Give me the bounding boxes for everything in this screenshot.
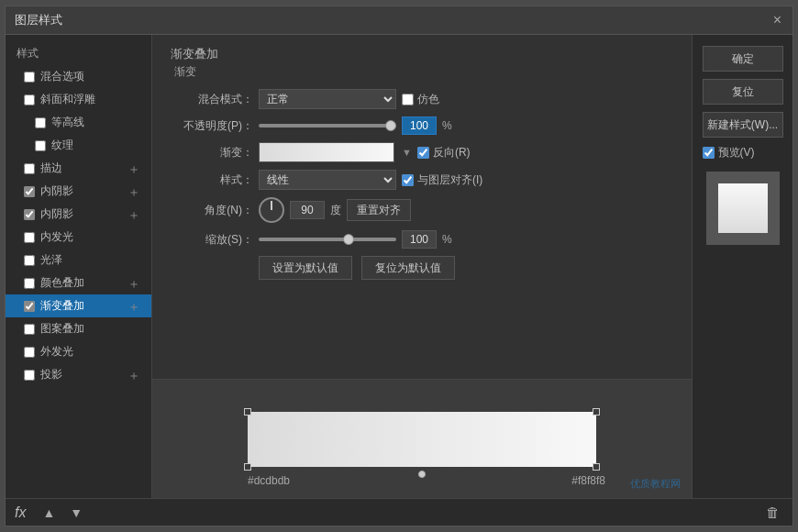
blend-mode-label: 混合模式： (171, 92, 253, 107)
outer-glow-checkbox[interactable] (24, 347, 35, 358)
angle-input[interactable] (290, 201, 325, 219)
dialog-body: 样式 混合选项 斜面和浮雕 等高线 纹理 描边 ＋ (6, 35, 792, 498)
inner-shadow2-add-icon[interactable]: ＋ (127, 208, 140, 221)
reset-align-button[interactable]: 重置对齐 (347, 199, 411, 221)
sidebar-item-inner-glow[interactable]: 内发光 (6, 226, 151, 249)
color-overlay-checkbox[interactable] (24, 278, 35, 289)
preview-label[interactable]: 预览(V) (703, 145, 783, 161)
opacity-row: 不透明度(P)： % (171, 116, 673, 135)
angle-dial[interactable] (259, 197, 284, 223)
outer-glow-label: 外发光 (40, 344, 73, 360)
reverse-checkbox[interactable] (417, 147, 429, 159)
sidebar-item-pattern-overlay[interactable]: 图案叠加 (6, 317, 151, 340)
angle-row: 角度(N)： 度 重置对齐 (171, 197, 673, 223)
inner-shadow2-checkbox[interactable] (24, 209, 35, 220)
gradient-overlay-label: 渐变叠加 (40, 298, 84, 314)
default-buttons-row: 设置为默认值 复位为默认值 (171, 256, 673, 280)
gradient-overlay-add-icon[interactable]: ＋ (127, 300, 140, 313)
sidebar-item-inner-shadow2[interactable]: 内阴影 ＋ (6, 203, 151, 226)
set-default-button[interactable]: 设置为默认值 (259, 256, 352, 280)
bevel-emboss-checkbox[interactable] (24, 94, 35, 105)
stroke-add-icon[interactable]: ＋ (127, 162, 140, 175)
blend-mode-row: 混合模式： 正常 溶解 正片叠底 仿色 (171, 89, 673, 109)
delete-button[interactable]: 🗑 (762, 503, 783, 522)
inner-shadow1-label: 内阴影 (40, 183, 73, 199)
sidebar-item-texture[interactable]: 纹理 (6, 134, 151, 157)
sidebar-item-color-overlay[interactable]: 颜色叠加 ＋ (6, 272, 151, 294)
scale-unit: % (442, 233, 452, 246)
watermark-line1: 优质教程网 (630, 477, 681, 491)
sidebar-item-blend-options[interactable]: 混合选项 (6, 65, 151, 88)
color-label-left: #dcdbdb (248, 474, 290, 487)
ok-button[interactable]: 确定 (703, 46, 783, 72)
reset-button[interactable]: 复位 (703, 79, 783, 105)
layer-style-dialog: 图层样式 × 样式 混合选项 斜面和浮雕 等高线 纹理 (5, 6, 793, 526)
gradient-demo-area: #dcdbdb #f8f8f8 优质教程网 (152, 379, 692, 498)
scale-slider-group: % (259, 230, 452, 249)
new-style-button[interactable]: 新建样式(W)... (703, 112, 783, 138)
sidebar-item-satin[interactable]: 光泽 (6, 249, 151, 272)
styles-section-title: 样式 (6, 42, 151, 65)
left-panel: 样式 混合选项 斜面和浮雕 等高线 纹理 描边 ＋ (6, 35, 152, 498)
sidebar-item-bevel-emboss[interactable]: 斜面和浮雕 (6, 88, 151, 111)
section-title: 渐变叠加 (171, 46, 673, 62)
scale-label: 缩放(S)： (171, 232, 253, 248)
style-select[interactable]: 线性 径向 角度 (259, 170, 396, 190)
opacity-input[interactable] (402, 116, 437, 135)
color-overlay-label: 颜色叠加 (40, 275, 84, 291)
align-layer-checkbox[interactable] (402, 174, 414, 186)
drop-shadow-checkbox[interactable] (24, 370, 35, 381)
texture-label: 纹理 (51, 138, 73, 153)
inner-shadow1-add-icon[interactable]: ＋ (127, 185, 140, 198)
sidebar-item-contour[interactable]: 等高线 (6, 111, 151, 134)
style-row: 样式： 线性 径向 角度 与图层对齐(I) (171, 170, 673, 190)
scale-slider[interactable] (259, 238, 396, 241)
gradient-bar[interactable] (248, 412, 596, 467)
pattern-overlay-checkbox[interactable] (24, 324, 35, 335)
opacity-slider[interactable] (259, 124, 396, 127)
stroke-checkbox[interactable] (24, 163, 35, 174)
color-label-right: #f8f8f8 (571, 474, 605, 487)
gradient-swatch[interactable] (259, 142, 394, 162)
align-layer-label[interactable]: 与图层对齐(I) (402, 172, 482, 188)
watermark: 优质教程网 (630, 477, 681, 491)
corner-tl (244, 408, 251, 416)
angle-label: 角度(N)： (171, 203, 253, 218)
reverse-label[interactable]: 反向(R) (417, 145, 471, 161)
gradient-overlay-checkbox[interactable] (24, 301, 35, 312)
close-button[interactable]: × (771, 13, 783, 28)
preview-checkbox[interactable] (703, 147, 715, 159)
gradient-handle[interactable] (418, 471, 426, 478)
blend-options-checkbox[interactable] (24, 72, 35, 83)
satin-checkbox[interactable] (24, 255, 35, 266)
right-panel: 确定 复位 新建样式(W)... 预览(V) (692, 35, 792, 498)
gradient-dropdown-arrow[interactable]: ▼ (402, 147, 412, 158)
sidebar-item-gradient-overlay[interactable]: 渐变叠加 ＋ (6, 294, 151, 317)
move-up-button[interactable]: ▲ (39, 504, 59, 522)
drop-shadow-label: 投影 (40, 367, 62, 382)
sidebar-item-drop-shadow[interactable]: 投影 ＋ (6, 363, 151, 386)
angle-unit: 度 (330, 203, 341, 218)
fx-label: fx (15, 504, 26, 521)
settings-area: 渐变叠加 渐变 混合模式： 正常 溶解 正片叠底 仿色 (152, 35, 692, 379)
sidebar-item-inner-shadow1[interactable]: 内阴影 ＋ (6, 180, 151, 203)
sidebar-item-outer-glow[interactable]: 外发光 (6, 340, 151, 363)
texture-checkbox[interactable] (35, 140, 46, 151)
bottom-bar: fx ▲ ▼ 🗑 (6, 498, 792, 526)
fake-color-label[interactable]: 仿色 (402, 92, 439, 107)
reset-default-button[interactable]: 复位为默认值 (361, 256, 455, 280)
sidebar-item-stroke[interactable]: 描边 ＋ (6, 157, 151, 180)
move-down-button[interactable]: ▼ (66, 504, 86, 522)
blend-mode-select[interactable]: 正常 溶解 正片叠底 (259, 89, 396, 109)
contour-checkbox[interactable] (35, 117, 46, 128)
inner-glow-checkbox[interactable] (24, 232, 35, 243)
inner-shadow2-label: 内阴影 (40, 206, 73, 222)
inner-shadow1-checkbox[interactable] (24, 186, 35, 197)
fake-color-checkbox[interactable] (402, 94, 414, 105)
opacity-slider-group: % (259, 116, 452, 135)
drop-shadow-add-icon[interactable]: ＋ (127, 369, 140, 382)
scale-input[interactable] (402, 230, 437, 249)
opacity-unit: % (442, 119, 452, 132)
satin-label: 光泽 (40, 252, 62, 268)
color-overlay-add-icon[interactable]: ＋ (127, 277, 140, 290)
